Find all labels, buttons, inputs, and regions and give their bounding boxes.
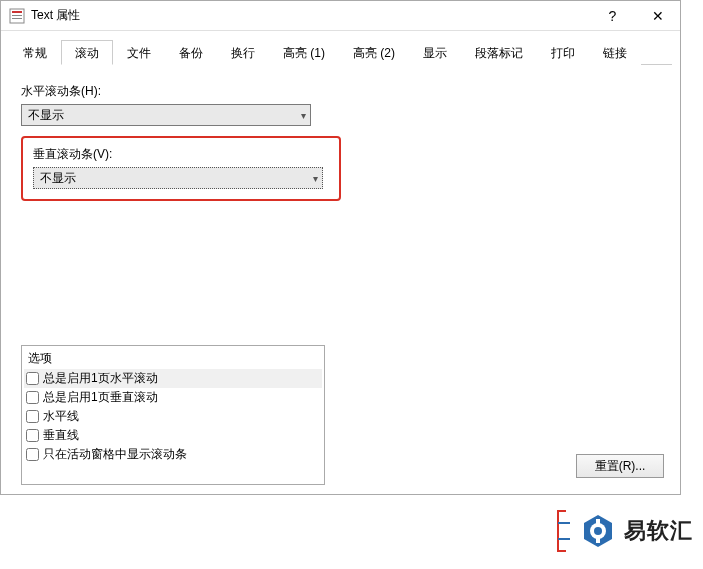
window-title: Text 属性 — [31, 7, 590, 24]
option-row[interactable]: 垂直线 — [24, 426, 322, 445]
tab-bar: 常规滚动文件备份换行高亮 (1)高亮 (2)显示段落标记打印链接 — [9, 39, 672, 65]
hscroll-label: 水平滚动条(H): — [21, 83, 660, 100]
tab-9[interactable]: 打印 — [537, 40, 589, 65]
hscroll-field: 水平滚动条(H): 不显示 ▾ — [21, 83, 660, 126]
svg-rect-3 — [12, 18, 22, 19]
option-label: 只在活动窗格中显示滚动条 — [43, 446, 187, 463]
svg-rect-1 — [12, 11, 22, 13]
tab-1[interactable]: 滚动 — [61, 40, 113, 65]
vscroll-label: 垂直滚动条(V): — [33, 146, 329, 163]
hscroll-dropdown[interactable]: 不显示 ▾ — [21, 104, 311, 126]
options-items: 总是启用1页水平滚动总是启用1页垂直滚动水平线垂直线只在活动窗格中显示滚动条 — [24, 369, 322, 464]
chevron-down-icon: ▾ — [301, 110, 306, 121]
options-list: 选项 总是启用1页水平滚动总是启用1页垂直滚动水平线垂直线只在活动窗格中显示滚动… — [21, 345, 325, 485]
tab-7[interactable]: 显示 — [409, 40, 461, 65]
option-label: 垂直线 — [43, 427, 79, 444]
svg-rect-10 — [596, 537, 600, 543]
option-checkbox[interactable] — [26, 410, 39, 423]
svg-rect-9 — [596, 519, 600, 525]
tab-4[interactable]: 换行 — [217, 40, 269, 65]
tab-10[interactable]: 链接 — [589, 40, 641, 65]
hscroll-value: 不显示 — [28, 107, 301, 124]
properties-dialog: Text 属性 ? ✕ 常规滚动文件备份换行高亮 (1)高亮 (2)显示段落标记… — [0, 0, 681, 495]
watermark-bracket-icon — [552, 509, 572, 553]
svg-point-8 — [594, 527, 602, 535]
dialog-footer: 重置(R)... — [576, 454, 664, 478]
vscroll-field-highlight: 垂直滚动条(V): 不显示 ▾ — [21, 136, 341, 201]
help-button[interactable]: ? — [590, 1, 635, 30]
option-checkbox[interactable] — [26, 429, 39, 442]
vscroll-dropdown[interactable]: 不显示 ▾ — [33, 167, 323, 189]
vscroll-value: 不显示 — [40, 170, 313, 187]
tab-3[interactable]: 备份 — [165, 40, 217, 65]
option-row[interactable]: 总是启用1页垂直滚动 — [24, 388, 322, 407]
titlebar: Text 属性 ? ✕ — [1, 1, 680, 31]
tab-8[interactable]: 段落标记 — [461, 40, 537, 65]
option-row[interactable]: 总是启用1页水平滚动 — [24, 369, 322, 388]
tab-0[interactable]: 常规 — [9, 40, 61, 65]
watermark-text: 易软汇 — [624, 516, 693, 546]
tab-2[interactable]: 文件 — [113, 40, 165, 65]
watermark: 易软汇 — [552, 509, 693, 553]
reset-button[interactable]: 重置(R)... — [576, 454, 664, 478]
option-checkbox[interactable] — [26, 391, 39, 404]
tab-6[interactable]: 高亮 (2) — [339, 40, 409, 65]
tab-5[interactable]: 高亮 (1) — [269, 40, 339, 65]
option-label: 总是启用1页水平滚动 — [43, 370, 158, 387]
option-checkbox[interactable] — [26, 372, 39, 385]
chevron-down-icon: ▾ — [313, 173, 318, 184]
options-header: 选项 — [24, 348, 322, 369]
option-checkbox[interactable] — [26, 448, 39, 461]
option-label: 水平线 — [43, 408, 79, 425]
svg-rect-2 — [12, 15, 22, 16]
close-button[interactable]: ✕ — [635, 1, 680, 30]
app-icon — [9, 8, 25, 24]
option-label: 总是启用1页垂直滚动 — [43, 389, 158, 406]
watermark-logo-icon — [580, 513, 616, 549]
tab-content: 水平滚动条(H): 不显示 ▾ 垂直滚动条(V): 不显示 ▾ 选项 总是启用1… — [1, 65, 680, 494]
option-row[interactable]: 只在活动窗格中显示滚动条 — [24, 445, 322, 464]
option-row[interactable]: 水平线 — [24, 407, 322, 426]
